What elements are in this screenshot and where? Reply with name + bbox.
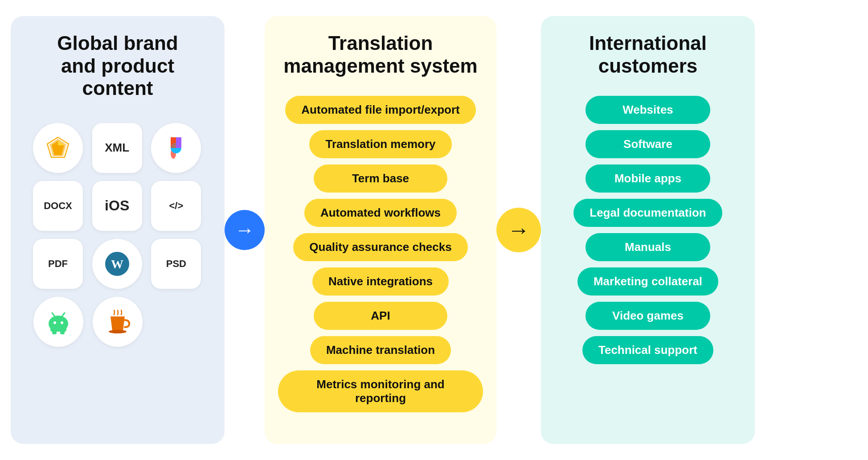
svg-rect-10	[176, 137, 181, 148]
arrow-left-container: →	[225, 210, 265, 250]
tms-item-9: Metrics monitoring and reporting	[278, 370, 483, 412]
left-title: Global brandand product content	[24, 32, 211, 100]
panel-middle: Translationmanagement system Automated f…	[265, 16, 496, 444]
pdf-label: PDF	[48, 258, 68, 270]
pdf-icon: PDF	[33, 239, 83, 289]
panel-right: Internationalcustomers Websites Software…	[541, 16, 755, 444]
icons-grid: XML DOCX iOS	[33, 123, 202, 347]
customer-item-2: Software	[585, 130, 710, 158]
code-icon: </>	[151, 181, 201, 231]
ios-icon: iOS	[92, 181, 142, 231]
svg-line-18	[52, 313, 55, 316]
arrow-right-icon: →	[508, 217, 530, 243]
middle-title: Translationmanagement system	[283, 32, 477, 77]
docx-label: DOCX	[44, 200, 72, 212]
tms-item-4: Automated workflows	[304, 199, 457, 227]
customer-item-8: Technical support	[582, 336, 713, 364]
code-label: </>	[169, 200, 183, 212]
tms-item-8: Machine translation	[310, 336, 451, 364]
tms-item-2: Translation memory	[309, 130, 451, 158]
arrow-right-container: →	[496, 208, 541, 252]
svg-line-19	[62, 313, 65, 316]
tms-item-3: Term base	[314, 164, 447, 193]
customers-items-list: Websites Software Mobile apps Legal docu…	[554, 96, 741, 364]
ios-label: iOS	[105, 197, 129, 214]
customer-item-5: Manuals	[585, 233, 710, 261]
wordpress-icon: W	[92, 239, 142, 289]
xml-label: XML	[105, 141, 129, 155]
customer-item-4: Legal documentation	[573, 199, 722, 227]
psd-label: PSD	[166, 258, 186, 270]
tms-item-5: Quality assurance checks	[293, 233, 467, 261]
panel-left: Global brandand product content XML	[11, 16, 225, 444]
customer-item-3: Mobile apps	[585, 164, 710, 193]
android-icon	[33, 297, 83, 347]
docx-icon: DOCX	[33, 181, 83, 231]
arrow-left-circle: →	[225, 210, 265, 250]
svg-rect-22	[60, 331, 65, 334]
arrow-right-circle: →	[496, 208, 541, 252]
tms-item-1: Automated file import/export	[285, 96, 475, 124]
svg-rect-11	[171, 137, 176, 148]
svg-point-16	[53, 321, 56, 324]
xml-icon: XML	[92, 123, 142, 173]
svg-text:W: W	[111, 257, 123, 271]
svg-point-17	[61, 321, 63, 324]
sketch-icon	[33, 123, 83, 173]
arrow-left-icon: →	[235, 219, 254, 241]
tms-item-7: API	[314, 302, 447, 330]
tms-item-6: Native integrations	[312, 267, 449, 296]
psd-icon: PSD	[151, 239, 201, 289]
right-title: Internationalcustomers	[589, 32, 707, 77]
svg-rect-21	[52, 331, 57, 334]
java-icon	[93, 297, 143, 347]
figma-icon	[151, 123, 201, 173]
tms-items-list: Automated file import/export Translation…	[278, 96, 483, 412]
diagram-container: Global brandand product content XML	[11, 11, 857, 449]
svg-point-23	[109, 330, 127, 333]
svg-rect-20	[50, 324, 66, 332]
customer-item-1: Websites	[585, 96, 710, 124]
customer-item-7: Video games	[585, 302, 710, 330]
customer-item-6: Marketing collateral	[577, 267, 718, 296]
